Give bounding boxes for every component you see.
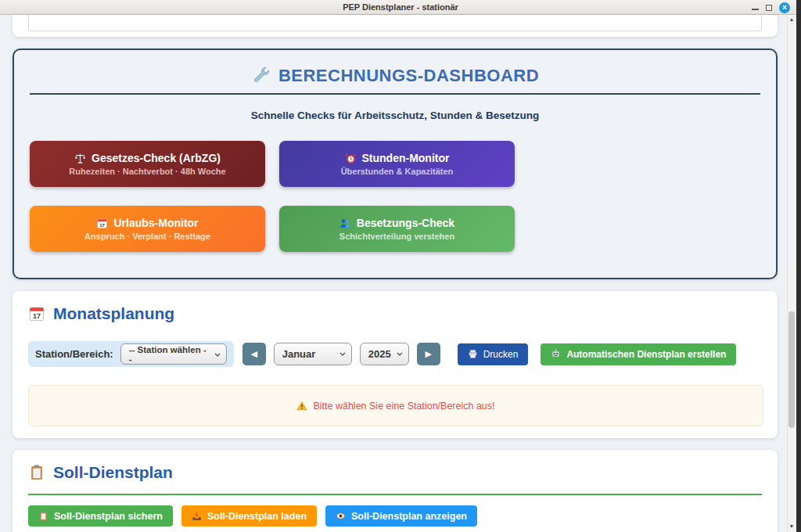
calendar-icon (28, 305, 45, 322)
urlaubs-monitor-button[interactable]: Urlaubs-Monitor Anspruch · Verplant · Re… (30, 206, 265, 252)
calendar-icon (96, 217, 108, 229)
outer-scrollbar[interactable] (796, 0, 801, 532)
soll-anzeigen-button[interactable]: Soll-Dienstplan anzeigen (325, 505, 477, 527)
gesetzes-check-subtitle: Ruhezeiten · Nachtverbot · 48h Woche (69, 167, 225, 176)
monatsplanung-controls: Station/Bereich: -- Station wählen -- ◀ … (28, 341, 736, 367)
load-tray-icon (192, 511, 202, 521)
chevron-left-icon: ◀ (250, 349, 257, 359)
gesetzes-check-button[interactable]: Gesetzes-Check (ArbZG) Ruhezeiten · Nach… (30, 141, 265, 187)
year-select-value: 2025 (368, 348, 391, 360)
monatsplanung-card: Monatsplanung Station/Bereich: -- Statio… (13, 291, 778, 438)
station-select[interactable]: -- Station wählen -- (120, 343, 227, 365)
window-titlebar: PEP Dienstplaner - stationär × (0, 0, 801, 15)
warning-icon (296, 401, 307, 412)
dashboard-title: BERECHNUNGS-DASHBOARD (278, 66, 539, 86)
minimize-icon[interactable] (752, 9, 759, 10)
scroll-up-icon[interactable]: ▲ (787, 16, 796, 22)
clipboard-icon (28, 464, 45, 481)
berechnungs-dashboard-panel: BERECHNUNGS-DASHBOARD Schnelle Checks fü… (13, 49, 778, 279)
monatsplanung-header: Monatsplanung (28, 304, 174, 323)
gesetzes-check-title: Gesetzes-Check (ArbZG) (92, 152, 221, 164)
besetzungs-check-title: Besetzungs-Check (357, 217, 454, 229)
printer-icon (468, 349, 478, 359)
scroll-down-icon[interactable]: ▼ (787, 523, 796, 529)
soll-divider (28, 494, 762, 495)
dashboard-subtitle: Schnelle Checks für Arbeitsschutz, Stund… (14, 110, 776, 121)
stunden-monitor-button[interactable]: Stunden-Monitor Überstunden & Kapazitäte… (279, 141, 515, 187)
maximize-icon[interactable] (766, 5, 772, 11)
window-title: PEP Dienstplaner - stationär (343, 2, 458, 12)
monatsplanung-title: Monatsplanung (53, 304, 174, 323)
besetzungs-check-button[interactable]: Besetzungs-Check Schichtverteilung verst… (279, 206, 515, 252)
auto-dienstplan-button-label: Automatischen Dienstplan erstellen (566, 349, 726, 360)
people-icon (339, 217, 351, 229)
auto-dienstplan-button[interactable]: Automatischen Dienstplan erstellen (541, 343, 736, 365)
eye-icon (336, 511, 346, 521)
vertical-scrollbar[interactable] (787, 15, 796, 532)
soll-anzeigen-label: Soll-Dienstplan anzeigen (351, 511, 467, 522)
soll-dienstplan-card: Soll-Dienstplan Soll-Dienstplan sichern … (13, 450, 778, 532)
print-button-label: Drucken (483, 349, 519, 360)
month-select[interactable]: Januar (274, 343, 352, 365)
next-month-button[interactable]: ▶ (417, 343, 440, 365)
soll-sichern-label: Soll-Dienstplan sichern (54, 511, 163, 522)
soll-button-row: Soll-Dienstplan sichern Soll-Dienstplan … (28, 505, 477, 527)
chevron-right-icon: ▶ (425, 349, 431, 359)
close-icon[interactable]: × (779, 2, 790, 13)
dashboard-button-grid: Gesetzes-Check (ArbZG) Ruhezeiten · Nach… (30, 141, 763, 252)
soll-laden-button[interactable]: Soll-Dienstplan laden (181, 505, 317, 527)
station-label: Station/Bereich: (35, 348, 113, 360)
soll-laden-label: Soll-Dienstplan laden (207, 511, 307, 522)
besetzungs-check-subtitle: Schichtverteilung verstehen (339, 232, 454, 241)
print-button[interactable]: Drucken (458, 343, 529, 365)
chevron-down-icon (397, 352, 403, 356)
dashboard-divider (30, 93, 760, 95)
station-warning-alert: Bitte wählen Sie eine Station/Bereich au… (28, 385, 763, 426)
chevron-down-icon (339, 352, 346, 356)
soll-sichern-button[interactable]: Soll-Dienstplan sichern (28, 505, 173, 527)
scrollbar-thumb[interactable] (788, 311, 795, 428)
urlaubs-monitor-subtitle: Anspruch · Verplant · Resttage (84, 232, 210, 241)
month-select-value: Januar (282, 348, 316, 360)
previous-month-button[interactable]: ◀ (242, 343, 266, 365)
alarm-clock-icon (345, 153, 357, 164)
clipped-panel (28, 15, 762, 31)
soll-dienstplan-title: Soll-Dienstplan (53, 463, 173, 482)
clipboard-icon (38, 511, 48, 521)
robot-icon (551, 349, 561, 359)
station-select-group: Station/Bereich: -- Station wählen -- (28, 341, 234, 367)
year-select[interactable]: 2025 (360, 343, 409, 365)
dashboard-header: BERECHNUNGS-DASHBOARD (14, 66, 776, 86)
chevron-down-icon (214, 353, 221, 357)
app-window: PEP Dienstplaner - stationär × BERECHNUN… (0, 0, 801, 532)
clipped-top-card (13, 15, 778, 37)
station-select-value: -- Station wählen -- (129, 345, 209, 364)
scales-icon (74, 153, 86, 164)
stunden-monitor-subtitle: Überstunden & Kapazitäten (341, 167, 454, 176)
wrench-icon (251, 66, 270, 85)
soll-dienstplan-header: Soll-Dienstplan (28, 463, 173, 482)
station-warning-text: Bitte wählen Sie eine Station/Bereich au… (313, 401, 494, 412)
urlaubs-monitor-title: Urlaubs-Monitor (113, 217, 198, 229)
stunden-monitor-title: Stunden-Monitor (362, 152, 450, 164)
